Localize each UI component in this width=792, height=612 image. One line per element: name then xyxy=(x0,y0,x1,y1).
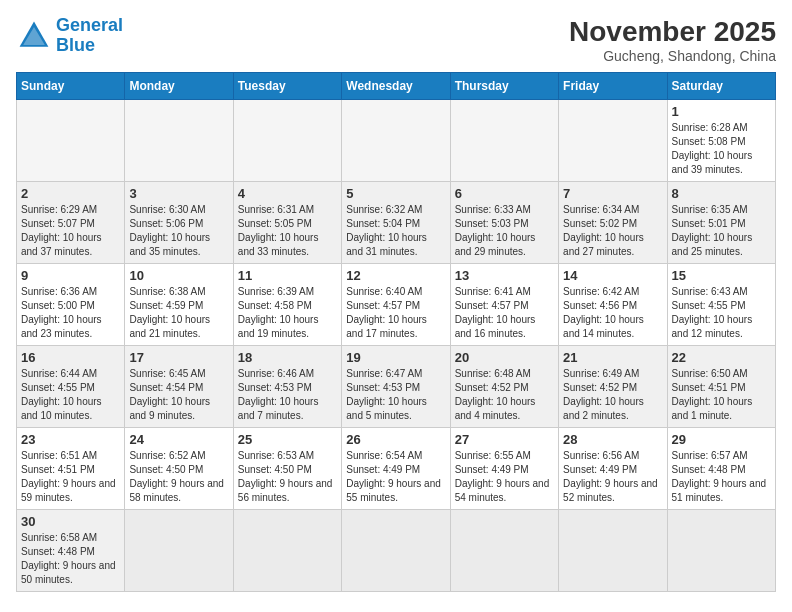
day-info: Sunrise: 6:35 AMSunset: 5:01 PMDaylight:… xyxy=(672,203,771,259)
day-info: Sunrise: 6:58 AMSunset: 4:48 PMDaylight:… xyxy=(21,531,120,587)
calendar-cell: 23Sunrise: 6:51 AMSunset: 4:51 PMDayligh… xyxy=(17,428,125,510)
day-number: 1 xyxy=(672,104,771,119)
weekday-header-thursday: Thursday xyxy=(450,73,558,100)
day-info: Sunrise: 6:48 AMSunset: 4:52 PMDaylight:… xyxy=(455,367,554,423)
calendar-cell: 28Sunrise: 6:56 AMSunset: 4:49 PMDayligh… xyxy=(559,428,667,510)
day-info: Sunrise: 6:33 AMSunset: 5:03 PMDaylight:… xyxy=(455,203,554,259)
weekday-header-monday: Monday xyxy=(125,73,233,100)
day-info: Sunrise: 6:30 AMSunset: 5:06 PMDaylight:… xyxy=(129,203,228,259)
day-number: 5 xyxy=(346,186,445,201)
calendar-cell: 26Sunrise: 6:54 AMSunset: 4:49 PMDayligh… xyxy=(342,428,450,510)
day-info: Sunrise: 6:42 AMSunset: 4:56 PMDaylight:… xyxy=(563,285,662,341)
day-number: 3 xyxy=(129,186,228,201)
calendar-cell: 16Sunrise: 6:44 AMSunset: 4:55 PMDayligh… xyxy=(17,346,125,428)
day-info: Sunrise: 6:40 AMSunset: 4:57 PMDaylight:… xyxy=(346,285,445,341)
calendar-cell: 10Sunrise: 6:38 AMSunset: 4:59 PMDayligh… xyxy=(125,264,233,346)
day-info: Sunrise: 6:45 AMSunset: 4:54 PMDaylight:… xyxy=(129,367,228,423)
day-number: 14 xyxy=(563,268,662,283)
calendar-cell: 6Sunrise: 6:33 AMSunset: 5:03 PMDaylight… xyxy=(450,182,558,264)
generalblue-logo-icon xyxy=(16,18,52,54)
day-number: 25 xyxy=(238,432,337,447)
day-number: 2 xyxy=(21,186,120,201)
calendar-cell xyxy=(559,100,667,182)
day-info: Sunrise: 6:49 AMSunset: 4:52 PMDaylight:… xyxy=(563,367,662,423)
calendar-cell: 17Sunrise: 6:45 AMSunset: 4:54 PMDayligh… xyxy=(125,346,233,428)
weekday-header-friday: Friday xyxy=(559,73,667,100)
calendar-cell xyxy=(667,510,775,592)
day-number: 28 xyxy=(563,432,662,447)
day-number: 9 xyxy=(21,268,120,283)
calendar-cell xyxy=(125,100,233,182)
day-number: 4 xyxy=(238,186,337,201)
day-number: 27 xyxy=(455,432,554,447)
day-info: Sunrise: 6:55 AMSunset: 4:49 PMDaylight:… xyxy=(455,449,554,505)
day-info: Sunrise: 6:39 AMSunset: 4:58 PMDaylight:… xyxy=(238,285,337,341)
weekday-header-saturday: Saturday xyxy=(667,73,775,100)
day-number: 22 xyxy=(672,350,771,365)
weekday-header-sunday: Sunday xyxy=(17,73,125,100)
calendar-cell: 12Sunrise: 6:40 AMSunset: 4:57 PMDayligh… xyxy=(342,264,450,346)
weekday-header-row: SundayMondayTuesdayWednesdayThursdayFrid… xyxy=(17,73,776,100)
day-number: 10 xyxy=(129,268,228,283)
calendar-row-5: 30Sunrise: 6:58 AMSunset: 4:48 PMDayligh… xyxy=(17,510,776,592)
day-number: 18 xyxy=(238,350,337,365)
calendar-cell: 30Sunrise: 6:58 AMSunset: 4:48 PMDayligh… xyxy=(17,510,125,592)
day-number: 7 xyxy=(563,186,662,201)
day-info: Sunrise: 6:44 AMSunset: 4:55 PMDaylight:… xyxy=(21,367,120,423)
calendar-cell: 5Sunrise: 6:32 AMSunset: 5:04 PMDaylight… xyxy=(342,182,450,264)
day-info: Sunrise: 6:29 AMSunset: 5:07 PMDaylight:… xyxy=(21,203,120,259)
logo-text: General Blue xyxy=(56,16,123,56)
logo: General Blue xyxy=(16,16,123,56)
day-info: Sunrise: 6:46 AMSunset: 4:53 PMDaylight:… xyxy=(238,367,337,423)
calendar-cell xyxy=(342,510,450,592)
calendar-cell: 8Sunrise: 6:35 AMSunset: 5:01 PMDaylight… xyxy=(667,182,775,264)
calendar-cell xyxy=(125,510,233,592)
calendar-row-0: 1Sunrise: 6:28 AMSunset: 5:08 PMDaylight… xyxy=(17,100,776,182)
day-info: Sunrise: 6:52 AMSunset: 4:50 PMDaylight:… xyxy=(129,449,228,505)
logo-blue: Blue xyxy=(56,35,95,55)
calendar-cell: 2Sunrise: 6:29 AMSunset: 5:07 PMDaylight… xyxy=(17,182,125,264)
day-info: Sunrise: 6:47 AMSunset: 4:53 PMDaylight:… xyxy=(346,367,445,423)
day-number: 21 xyxy=(563,350,662,365)
day-number: 13 xyxy=(455,268,554,283)
day-info: Sunrise: 6:54 AMSunset: 4:49 PMDaylight:… xyxy=(346,449,445,505)
page-header: General Blue November 2025 Gucheng, Shan… xyxy=(16,16,776,64)
day-info: Sunrise: 6:28 AMSunset: 5:08 PMDaylight:… xyxy=(672,121,771,177)
day-number: 19 xyxy=(346,350,445,365)
logo-general: General xyxy=(56,15,123,35)
calendar-title: November 2025 Gucheng, Shandong, China xyxy=(569,16,776,64)
calendar-cell: 9Sunrise: 6:36 AMSunset: 5:00 PMDaylight… xyxy=(17,264,125,346)
day-number: 23 xyxy=(21,432,120,447)
day-info: Sunrise: 6:43 AMSunset: 4:55 PMDaylight:… xyxy=(672,285,771,341)
day-info: Sunrise: 6:41 AMSunset: 4:57 PMDaylight:… xyxy=(455,285,554,341)
calendar-cell: 4Sunrise: 6:31 AMSunset: 5:05 PMDaylight… xyxy=(233,182,341,264)
day-number: 20 xyxy=(455,350,554,365)
day-number: 12 xyxy=(346,268,445,283)
day-number: 15 xyxy=(672,268,771,283)
calendar-cell: 13Sunrise: 6:41 AMSunset: 4:57 PMDayligh… xyxy=(450,264,558,346)
calendar-cell: 18Sunrise: 6:46 AMSunset: 4:53 PMDayligh… xyxy=(233,346,341,428)
day-number: 29 xyxy=(672,432,771,447)
calendar-cell: 21Sunrise: 6:49 AMSunset: 4:52 PMDayligh… xyxy=(559,346,667,428)
day-number: 8 xyxy=(672,186,771,201)
day-number: 11 xyxy=(238,268,337,283)
weekday-header-tuesday: Tuesday xyxy=(233,73,341,100)
day-number: 24 xyxy=(129,432,228,447)
day-info: Sunrise: 6:38 AMSunset: 4:59 PMDaylight:… xyxy=(129,285,228,341)
day-info: Sunrise: 6:50 AMSunset: 4:51 PMDaylight:… xyxy=(672,367,771,423)
calendar-cell xyxy=(233,100,341,182)
calendar-cell: 7Sunrise: 6:34 AMSunset: 5:02 PMDaylight… xyxy=(559,182,667,264)
calendar-cell: 27Sunrise: 6:55 AMSunset: 4:49 PMDayligh… xyxy=(450,428,558,510)
day-info: Sunrise: 6:57 AMSunset: 4:48 PMDaylight:… xyxy=(672,449,771,505)
day-info: Sunrise: 6:31 AMSunset: 5:05 PMDaylight:… xyxy=(238,203,337,259)
day-number: 26 xyxy=(346,432,445,447)
calendar-cell: 3Sunrise: 6:30 AMSunset: 5:06 PMDaylight… xyxy=(125,182,233,264)
day-info: Sunrise: 6:32 AMSunset: 5:04 PMDaylight:… xyxy=(346,203,445,259)
calendar-row-4: 23Sunrise: 6:51 AMSunset: 4:51 PMDayligh… xyxy=(17,428,776,510)
calendar-row-2: 9Sunrise: 6:36 AMSunset: 5:00 PMDaylight… xyxy=(17,264,776,346)
calendar-cell: 20Sunrise: 6:48 AMSunset: 4:52 PMDayligh… xyxy=(450,346,558,428)
calendar-cell xyxy=(342,100,450,182)
calendar-cell xyxy=(450,510,558,592)
calendar-table: SundayMondayTuesdayWednesdayThursdayFrid… xyxy=(16,72,776,592)
day-info: Sunrise: 6:36 AMSunset: 5:00 PMDaylight:… xyxy=(21,285,120,341)
